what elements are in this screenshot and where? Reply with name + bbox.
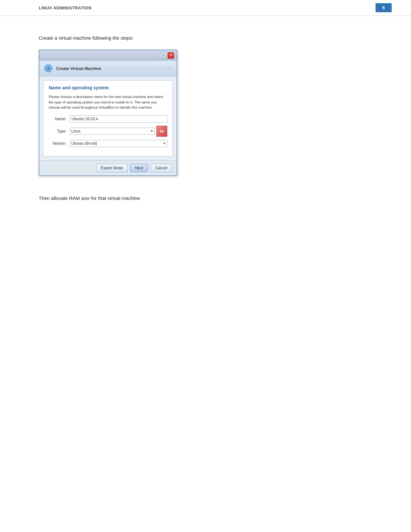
section-title: Name and operating system xyxy=(49,85,167,90)
intro-text: Create a virtual machine following the s… xyxy=(39,35,372,41)
bottom-space xyxy=(39,201,372,394)
titlebar-controls: ? ✕ xyxy=(160,52,174,59)
expert-mode-button[interactable]: Expert Mode xyxy=(96,164,128,172)
page-number: 5 xyxy=(376,3,392,12)
type-select[interactable]: Linux Windows Other xyxy=(70,128,155,135)
dialog-header-blur xyxy=(104,67,172,70)
dialog-description: Please choose a descriptive name for the… xyxy=(49,94,167,110)
version-select-container: Ubuntu (64-bit) Ubuntu (32-bit) ▼ xyxy=(70,140,167,147)
main-content: Create a virtual machine following the s… xyxy=(0,16,411,414)
os-icon: 64 xyxy=(156,126,167,137)
version-select[interactable]: Ubuntu (64-bit) Ubuntu (32-bit) xyxy=(70,140,167,147)
version-label: Version: xyxy=(49,141,70,146)
type-row: Type: Linux Windows Other ▼ 64 xyxy=(49,126,167,137)
dialog-titlebar: ? ✕ xyxy=(39,50,177,61)
name-row: Name: xyxy=(49,115,167,123)
header-title: LINUX ADMINISTRATION xyxy=(39,5,92,10)
version-row: Version: Ubuntu (64-bit) Ubuntu (32-bit)… xyxy=(49,140,167,147)
next-button[interactable]: Next xyxy=(130,164,148,172)
dialog-header: Create Virtual Machine xyxy=(39,61,177,76)
dialog-header-title: Create Virtual Machine xyxy=(56,66,101,71)
type-select-container: Linux Windows Other ▼ xyxy=(70,128,155,135)
dialog-body: Name and operating system Please choose … xyxy=(43,80,173,156)
titlebar-left xyxy=(42,54,87,57)
name-label: Name: xyxy=(49,117,70,121)
second-text: Then allocate RAM size for that virtual … xyxy=(39,195,372,201)
dialog-footer: Expert Mode Next Cancel xyxy=(39,160,177,175)
page-header: LINUX ADMINISTRATION 5 xyxy=(0,0,411,16)
titlebar-blur-text xyxy=(42,54,87,57)
type-select-wrap: Linux Windows Other ▼ 64 xyxy=(70,126,167,137)
cancel-button[interactable]: Cancel xyxy=(151,164,172,172)
close-button[interactable]: ✕ xyxy=(168,52,174,59)
type-label: Type: xyxy=(49,129,70,133)
virtualbox-logo-icon xyxy=(44,64,53,73)
svg-point-1 xyxy=(47,67,50,70)
name-input[interactable] xyxy=(70,115,167,123)
virtualbox-dialog-screenshot: ? ✕ Create Virtual Machine Name and oper… xyxy=(39,50,177,176)
os-icon-label: 64 xyxy=(160,129,164,133)
help-button[interactable]: ? xyxy=(160,52,166,59)
